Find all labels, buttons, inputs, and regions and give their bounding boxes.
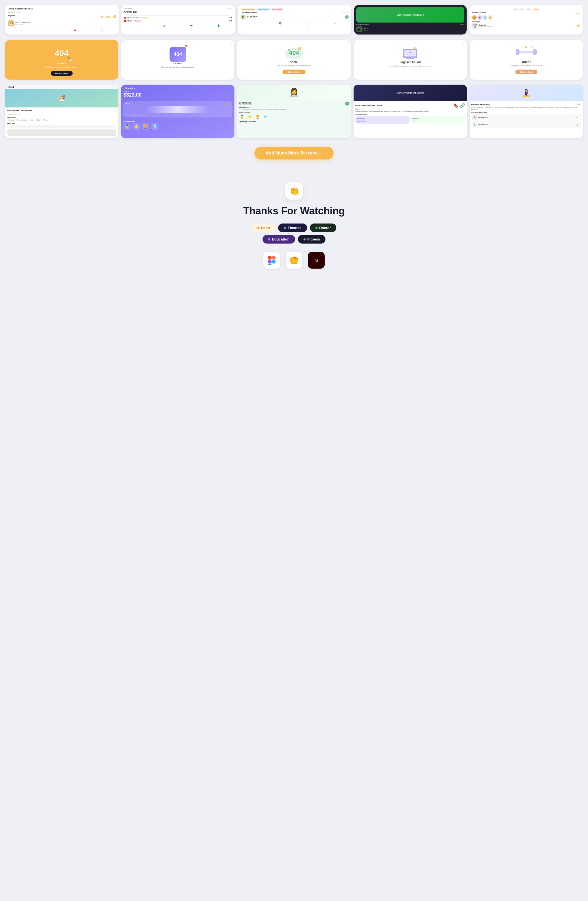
kidney-spec[interactable]: Kidney Specialist (256, 8, 270, 11)
nav-user-icon[interactable]: 👤 (217, 25, 220, 27)
movement-1[interactable]: 💪 Movement 1 Start (471, 114, 581, 120)
fitness-view-all[interactable]: View all (576, 12, 580, 14)
doctor-detail-card: 👩‍⚕️ Dr. Tuti Bonai Fat, Fauna Examiner … (237, 85, 351, 138)
achievement-doc-label: Achievements (239, 112, 349, 114)
yellow-err-desc: The page are looking for could not be fo… (45, 66, 78, 68)
finance-amount: $128.00 (124, 10, 232, 14)
stomach-spec[interactable]: Stomach Specialist (240, 8, 256, 11)
doctor-chat-icon[interactable]: ✉ (345, 15, 349, 19)
food-meta: 4.0 · 43.9k (14, 114, 20, 115)
question-icon: ❓ (184, 45, 188, 49)
fitness-detail-card: 🧘‍♀️ Dynamic Stretching 1 Hour Dynamic s… (469, 85, 583, 138)
doctor-banner-emoji: 👩‍⚕️ (289, 88, 299, 97)
more-screens-button[interactable]: And Much More Screens ... (254, 147, 334, 159)
food-nav-bar: ⌂ ♡ 🔖 ✉ (8, 28, 116, 31)
finance-brand-row-2: Netflix Subscri... $45 (124, 20, 232, 22)
dumbbell-err-desc: The page are looking for could not be fo… (510, 65, 543, 67)
movement-1-label: Movement 1 (478, 116, 573, 118)
food-list-item[interactable]: 🍜 How to make soblak ★★★★ 43.9k › (8, 20, 116, 26)
doctor-achievement-badges: 🥇 ⭐ 🏆 💎 (239, 114, 349, 120)
close-button-3[interactable]: × (346, 41, 349, 45)
yoga-tab[interactable]: Yoga (526, 8, 532, 11)
tag-fitness[interactable]: Fitness (298, 235, 326, 243)
upcoming-label: Upcoming Schedules (239, 121, 349, 123)
detail-cards-row: ‹ Detail 🍜 How to make fried noodles ♡ ★… (0, 83, 588, 141)
finance-separator (126, 15, 230, 16)
tags-row-1: Food Finance Doctor (252, 223, 337, 232)
side-job-label: Side Job (140, 114, 146, 116)
illustrator-icon: Ai (308, 252, 324, 269)
nav-home-icon-f[interactable]: ⌂ (136, 25, 138, 27)
nav-home-icon[interactable]: ⌂ (20, 29, 22, 31)
nav-chat-icon[interactable]: ✉ (101, 29, 103, 31)
thanks-emoji: 👏 (285, 182, 303, 200)
back-button-2[interactable]: ‹ (123, 42, 124, 45)
food-thumb: 🍜 (8, 20, 14, 26)
challenge-row: 🏋️ Bicep Day 6 Days · 24 Participant 🏆 (472, 23, 580, 29)
yellow-404-icon: 🔪 (67, 57, 73, 62)
history-month[interactable]: Edit (226, 103, 231, 105)
dominos-dot (124, 17, 126, 19)
tag-education[interactable]: Education (262, 235, 295, 243)
tag-doctor[interactable]: Doctor (310, 223, 337, 232)
movement-1-thumb: 💪 (473, 115, 477, 119)
nav-stats-icon[interactable]: 📊 (162, 25, 165, 27)
continue-exercises-label: Continue Exercises (471, 111, 581, 113)
ingredient-chips: Noodles Mustard greens Egg Butter Onion (7, 118, 116, 122)
doc-badge-2: ⭐ (246, 114, 253, 120)
food-view-all[interactable]: View all (100, 14, 116, 19)
start-btn-2[interactable]: Start (573, 123, 580, 126)
tags-row-2: Education Fitness (262, 235, 326, 243)
doctor-detail-chat[interactable]: ✉ (345, 101, 349, 106)
nav-learn-icon[interactable]: 📚 (279, 22, 282, 25)
food-heart-icon[interactable]: ♡ (114, 110, 116, 113)
diet-tab[interactable]: Diet (519, 8, 524, 11)
finance-view-all[interactable]: View all (228, 8, 232, 9)
bookmark-icon[interactable]: 🔖 (453, 103, 459, 108)
ai-svg: Ai (312, 256, 320, 264)
course-details-label: Course Details (355, 114, 465, 115)
learn-by-label: By Marc Slim (355, 108, 465, 110)
leaf-404-illus: 404 (283, 44, 305, 61)
liver-spec[interactable]: Liver Specialist (271, 8, 284, 11)
close-button-4[interactable]: × (463, 41, 465, 45)
movement-2[interactable]: 🏃 Movement 2 Start (471, 122, 581, 128)
learn-preview-card: Learn Javascript with Laravel Continue L… (354, 5, 466, 34)
avatar-james: J (472, 15, 477, 20)
achievement-view-all[interactable]: View all (228, 120, 232, 122)
learn-thumb: Learn Javascript with Laravel (356, 7, 465, 23)
nav-discuss-icon[interactable]: 💬 (307, 22, 309, 25)
food-action-bar[interactable] (7, 129, 116, 136)
fitness-thumb-emoji: 🧘‍♀️ (522, 89, 531, 97)
start-btn-1[interactable]: Start (573, 116, 580, 118)
nav-heart-icon[interactable]: ♡ (47, 29, 49, 31)
error-card-page-not-found: × ? ? Page not Found It seems like the p… (354, 40, 467, 80)
cardio-tab[interactable]: Cardio (533, 8, 540, 11)
svg-rect-10 (517, 51, 536, 53)
green-back-home-button[interactable]: Back to Home (282, 70, 306, 74)
fitness-tag-label: Fitness (307, 237, 320, 241)
shopping-back-icon[interactable]: ‹ (123, 87, 124, 89)
learn-view-all[interactable]: View all (460, 23, 465, 25)
nav-card-icon[interactable]: 💳 (190, 25, 193, 27)
tag-finance[interactable]: Finance (278, 223, 307, 232)
share-icon[interactable]: 🔗 (460, 103, 465, 108)
doctor-show-all[interactable]: Show all (343, 12, 349, 14)
nav-bookmark-icon[interactable]: 🔖 (73, 29, 76, 31)
nav-settings-icon[interactable]: ⚙ (334, 22, 336, 25)
food-back-icon[interactable]: ‹ (7, 86, 8, 88)
gym-tab[interactable]: Gym (513, 8, 518, 11)
close-button-2[interactable]: × (230, 41, 232, 45)
take-me-back-button[interactable]: Take me Back (515, 70, 537, 74)
svg-rect-12 (533, 49, 537, 55)
chip-egg: Egg (29, 118, 34, 122)
yellow-back-home-button[interactable]: Back to Home (51, 71, 73, 76)
white-oops-label: OOPS ! (173, 62, 182, 65)
chip-butter: Butter (35, 118, 42, 122)
food-detail-body: How to make fried noodles ♡ ★★★★ 4.0 · 4… (5, 108, 119, 138)
doctor-banner: 👩‍⚕️ (237, 85, 351, 100)
nav-feed-icon[interactable]: ⌂ (253, 22, 254, 25)
tools-row: Ai (264, 252, 324, 269)
dumbbell-svg: 4 4 (515, 44, 537, 61)
tag-food[interactable]: Food (252, 223, 276, 232)
